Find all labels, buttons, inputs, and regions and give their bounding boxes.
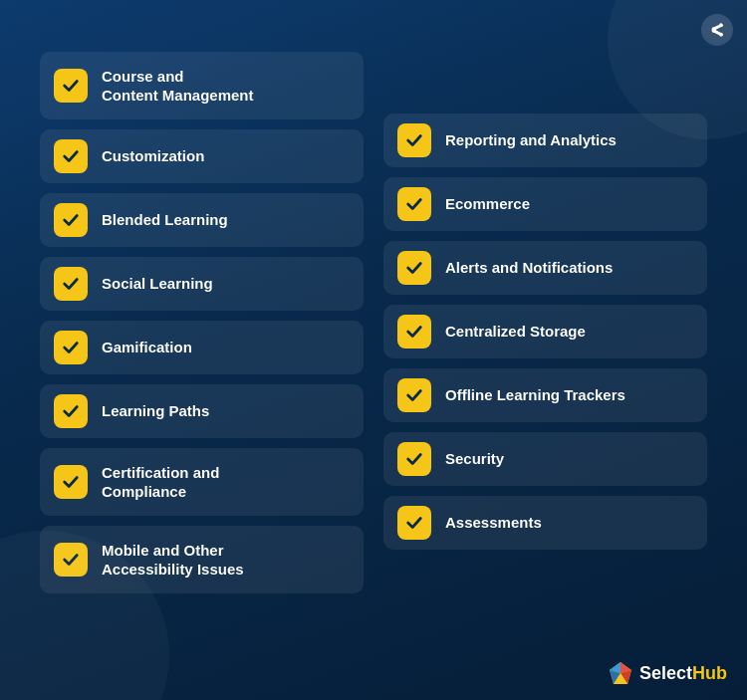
- features-grid: Course andContent ManagementCustomizatio…: [40, 52, 707, 593]
- feature-label-security: Security: [445, 449, 504, 469]
- selecthub-logo-icon: [608, 660, 633, 686]
- feature-label-centralized-storage: Centralized Storage: [445, 322, 586, 342]
- check-icon: [397, 378, 431, 412]
- check-icon: [397, 506, 431, 540]
- feature-item-assessments: Assessments: [383, 496, 707, 550]
- feature-label-ecommerce: Ecommerce: [445, 194, 530, 214]
- feature-label-course-content-management: Course andContent Management: [102, 67, 254, 106]
- feature-label-offline-learning-trackers: Offline Learning Trackers: [445, 385, 625, 405]
- feature-label-learning-paths: Learning Paths: [102, 401, 209, 421]
- feature-label-mobile-accessibility: Mobile and OtherAccessibility Issues: [102, 541, 244, 580]
- feature-label-assessments: Assessments: [445, 513, 542, 533]
- check-icon: [397, 442, 431, 476]
- feature-item-social-learning: Social Learning: [40, 257, 364, 311]
- feature-label-customization: Customization: [102, 146, 204, 166]
- feature-item-gamification: Gamification: [40, 321, 364, 374]
- feature-item-certification-compliance: Certification andCompliance: [40, 448, 364, 516]
- feature-label-certification-compliance: Certification andCompliance: [102, 463, 219, 502]
- feature-label-gamification: Gamification: [102, 338, 192, 357]
- footer-branding: SelectHub: [608, 660, 727, 686]
- feature-item-offline-learning-trackers: Offline Learning Trackers: [383, 368, 707, 422]
- check-icon: [397, 315, 431, 349]
- check-icon: [54, 69, 88, 103]
- feature-item-customization: Customization: [40, 129, 364, 183]
- check-icon: [54, 543, 88, 577]
- feature-item-centralized-storage: Centralized Storage: [383, 305, 707, 358]
- brand-name: SelectHub: [639, 663, 727, 684]
- brand-logo: SelectHub: [608, 660, 727, 686]
- feature-label-blended-learning: Blended Learning: [102, 210, 228, 230]
- check-icon: [397, 123, 431, 157]
- main-container: Course andContent ManagementCustomizatio…: [0, 0, 747, 700]
- check-icon: [54, 267, 88, 301]
- feature-label-alerts-notifications: Alerts and Notifications: [445, 258, 613, 278]
- feature-item-blended-learning: Blended Learning: [40, 193, 364, 247]
- share-icon: [709, 22, 725, 38]
- feature-item-reporting-analytics: Reporting and Analytics: [383, 114, 707, 167]
- check-icon: [54, 394, 88, 428]
- feature-label-social-learning: Social Learning: [102, 274, 213, 294]
- right-column: Reporting and AnalyticsEcommerceAlerts a…: [383, 114, 707, 593]
- check-icon: [397, 251, 431, 285]
- check-icon: [54, 139, 88, 173]
- feature-label-reporting-analytics: Reporting and Analytics: [445, 130, 617, 150]
- feature-item-security: Security: [383, 432, 707, 486]
- check-icon: [54, 465, 88, 499]
- left-column: Course andContent ManagementCustomizatio…: [40, 52, 364, 593]
- feature-item-ecommerce: Ecommerce: [383, 177, 707, 231]
- feature-item-course-content-management: Course andContent Management: [40, 52, 364, 119]
- check-icon: [54, 331, 88, 364]
- check-icon: [54, 203, 88, 237]
- share-button[interactable]: [701, 14, 733, 46]
- feature-item-alerts-notifications: Alerts and Notifications: [383, 241, 707, 295]
- check-icon: [397, 187, 431, 221]
- feature-item-learning-paths: Learning Paths: [40, 384, 364, 438]
- feature-item-mobile-accessibility: Mobile and OtherAccessibility Issues: [40, 526, 364, 593]
